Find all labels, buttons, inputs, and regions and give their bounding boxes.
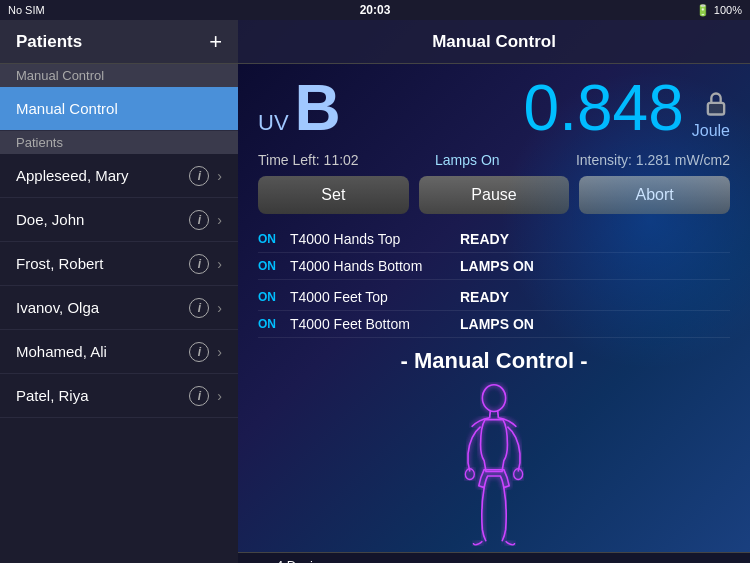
sidebar-item-appleseed[interactable]: Appleseed, Mary i › <box>0 154 238 198</box>
device-status-feet-top: READY <box>460 289 509 305</box>
battery-icon: 🔋 <box>696 4 710 17</box>
device-name-feet-top: T4000 Feet Top <box>290 289 450 305</box>
bottom-bar: 4 Devices Connected Presets ⚙ <box>238 552 750 563</box>
carrier-label: No SIM <box>8 4 45 16</box>
chevron-icon-patel: › <box>217 388 222 404</box>
device-row-hands-bottom: ON T4000 Hands Bottom LAMPS ON <box>258 253 730 280</box>
sidebar-item-patel-label: Patel, Riya <box>16 387 189 404</box>
info-icon-mohamed[interactable]: i <box>189 342 209 362</box>
sidebar-item-manual-control[interactable]: Manual Control <box>0 87 238 131</box>
sidebar-item-mohamed[interactable]: Mohamed, Ali i › <box>0 330 238 374</box>
intensity-label: Intensity: 1.281 mW/cm2 <box>576 152 730 168</box>
device-on-badge-feet-top: ON <box>258 290 280 304</box>
sidebar-item-ivanov[interactable]: Ivanov, Olga i › <box>0 286 238 330</box>
chevron-icon-mohamed: › <box>217 344 222 360</box>
uv-label: UV <box>258 110 289 136</box>
info-icon-doe[interactable]: i <box>189 210 209 230</box>
figure-manual-control-label: - Manual Control - <box>401 348 588 374</box>
info-row: Time Left: 11:02 Lamps On Intensity: 1.2… <box>238 148 750 176</box>
device-name-feet-bottom: T4000 Feet Bottom <box>290 316 450 332</box>
sidebar-title: Patients <box>16 32 82 52</box>
abort-button[interactable]: Abort <box>579 176 730 214</box>
sidebar: Patients + Manual Control Manual Control… <box>0 20 238 563</box>
time-label: 20:03 <box>360 3 391 17</box>
sidebar-item-manual-control-label: Manual Control <box>16 100 222 117</box>
status-bar: No SIM 20:03 🔋 100% <box>0 0 750 20</box>
device-row-feet-bottom: ON T4000 Feet Bottom LAMPS ON <box>258 311 730 338</box>
device-connected-info: 4 Devices Connected <box>254 558 339 563</box>
device-count-label: 4 Devices <box>276 558 339 563</box>
uv-unit: Joule <box>692 122 730 140</box>
sidebar-item-appleseed-label: Appleseed, Mary <box>16 167 189 184</box>
main-panel-title: Manual Control <box>432 32 556 52</box>
device-name-hands-bottom: T4000 Hands Bottom <box>290 258 450 274</box>
time-left-label: Time Left: 11:02 <box>258 152 359 168</box>
sidebar-item-patel[interactable]: Patel, Riya i › <box>0 374 238 418</box>
info-icon-appleseed[interactable]: i <box>189 166 209 186</box>
add-patient-button[interactable]: + <box>209 31 222 53</box>
chevron-icon-doe: › <box>217 212 222 228</box>
set-button[interactable]: Set <box>258 176 409 214</box>
uv-letter: B <box>295 76 341 140</box>
sidebar-item-doe[interactable]: Doe, John i › <box>0 198 238 242</box>
info-icon-patel[interactable]: i <box>189 386 209 406</box>
svg-rect-0 <box>708 103 724 115</box>
chevron-icon-appleseed: › <box>217 168 222 184</box>
section-patients-label: Patients <box>0 131 238 154</box>
lamps-on-label: Lamps On <box>435 152 500 168</box>
main-panel: Manual Control UV B 0.848 Joule <box>238 20 750 563</box>
device-status-hands-top: READY <box>460 231 509 247</box>
sidebar-item-mohamed-label: Mohamed, Ali <box>16 343 189 360</box>
info-icon-frost[interactable]: i <box>189 254 209 274</box>
sidebar-header: Patients + <box>0 20 238 64</box>
sidebar-item-ivanov-label: Ivanov, Olga <box>16 299 189 316</box>
uv-value: 0.848 <box>524 76 684 140</box>
svg-line-2 <box>490 411 491 418</box>
sidebar-item-frost[interactable]: Frost, Robert i › <box>0 242 238 286</box>
main-panel-header: Manual Control <box>238 20 750 64</box>
uv-panel: UV B 0.848 Joule <box>238 64 750 148</box>
svg-point-1 <box>482 385 505 412</box>
body-figure-svg <box>449 382 539 552</box>
chevron-icon-ivanov: › <box>217 300 222 316</box>
device-on-badge-feet-bottom: ON <box>258 317 280 331</box>
lock-icon[interactable] <box>702 90 730 118</box>
sidebar-item-doe-label: Doe, John <box>16 211 189 228</box>
device-on-badge-hands-top: ON <box>258 232 280 246</box>
chevron-icon-frost: › <box>217 256 222 272</box>
pause-button[interactable]: Pause <box>419 176 570 214</box>
info-icon-ivanov[interactable]: i <box>189 298 209 318</box>
sidebar-item-frost-label: Frost, Robert <box>16 255 189 272</box>
svg-line-3 <box>498 411 499 418</box>
device-list: ON T4000 Hands Top READY ON T4000 Hands … <box>238 226 750 338</box>
device-name-hands-top: T4000 Hands Top <box>290 231 450 247</box>
device-status-feet-bottom: LAMPS ON <box>460 316 534 332</box>
device-status-hands-bottom: LAMPS ON <box>460 258 534 274</box>
figure-area: - Manual Control - <box>238 338 750 552</box>
battery-label: 100% <box>714 4 742 16</box>
device-row-hands-top: ON T4000 Hands Top READY <box>258 226 730 253</box>
device-on-badge-hands-bottom: ON <box>258 259 280 273</box>
control-buttons: Set Pause Abort <box>238 176 750 226</box>
device-row-feet-top: ON T4000 Feet Top READY <box>258 284 730 311</box>
section-manual-control-label: Manual Control <box>0 64 238 87</box>
